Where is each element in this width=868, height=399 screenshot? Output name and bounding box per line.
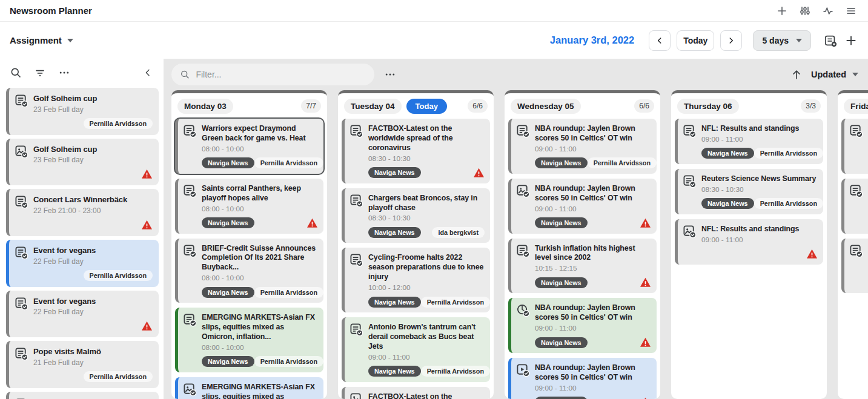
card-count-badge: 7/7 [301, 99, 321, 113]
assignment-card[interactable]: NBA roundup: Jaylen Brown scores 50 in C… [508, 179, 657, 234]
article-icon [15, 246, 28, 260]
assignment-card[interactable]: NBA roundup: Jaylen Brown scores 50 in C… [508, 358, 657, 399]
card-title: Chargers beat Broncos, stay in playoff c… [368, 194, 485, 213]
filter-input[interactable] [196, 70, 366, 79]
card-title: NBA roundup: Jaylen Brown scores 50 in C… [535, 363, 651, 383]
assignee-badge: Pernilla Arvidsson [84, 270, 153, 281]
filter-search[interactable] [171, 64, 374, 85]
filter-icon[interactable] [33, 65, 47, 80]
assignment-card[interactable]: Golf Solheim cup 23 Feb Full day Pernill… [6, 88, 159, 135]
day-column: Tuesday 04Today6/6 FACTBOX-Latest on the… [338, 90, 494, 399]
news-provider-badge: Naviga News [535, 217, 588, 228]
card-time: 09:00 - 11:00 [368, 353, 485, 361]
assignment-card[interactable]: Antonio Brown's tantrum can't derail com… [342, 317, 490, 382]
calendar-add-icon[interactable] [823, 33, 838, 48]
assignment-card[interactable]: EMERGING MARKETS-Asian FX slips, equitie… [175, 308, 323, 372]
card-title: Pope visits Malmö [33, 347, 153, 357]
card-title: Saints corral Panthers, keep playoff hop… [202, 184, 318, 203]
article-icon [350, 323, 363, 337]
assignment-card[interactable]: Cycling-Froome halts 2022 season prepara… [342, 248, 490, 312]
tune-icon[interactable] [798, 4, 812, 18]
activity-icon[interactable] [821, 4, 835, 18]
assignment-card[interactable]: NFL: Results and standings 09:00 - 11:00 [675, 219, 823, 265]
assignment-card[interactable]: NBA roundup: Jaylen Brown scores 50 in C… [508, 298, 657, 353]
plus-icon[interactable] [775, 4, 789, 18]
sort-dropdown[interactable]: Updated [811, 70, 858, 79]
range-dropdown[interactable]: 5 days [753, 30, 811, 51]
column-header: Wednesday 056/6 [508, 93, 657, 119]
assignment-card[interactable]: Concert Lars Winnerbäck 22 Feb 21:00 - 2… [6, 189, 159, 236]
news-provider-badge: Naviga News [535, 337, 588, 348]
assignment-card[interactable]: FACTBOX-Latest on the worldwide spread o… [342, 119, 490, 183]
assignment-card[interactable]: NBA roundup: Jaylen Brown scores 50 in C… [508, 119, 657, 174]
card-title: Cycling-Froome halts 2022 season prepara… [368, 253, 485, 282]
day-column: Thursday 063/3 NFL: Results and standing… [671, 90, 827, 399]
photo-icon [683, 225, 697, 239]
card-time: 09:00 - 11:00 [701, 135, 818, 143]
today-badge: Today [406, 99, 447, 114]
today-button[interactable]: Today [677, 30, 714, 51]
assignment-card[interactable]: Pope visits Malmö 21 Feb Full day Pernil… [6, 341, 159, 388]
menu-icon[interactable] [844, 4, 858, 18]
article-icon [15, 297, 28, 311]
assignee-badge: Pernilla Arvidsson [254, 356, 323, 367]
assignment-card[interactable]: Chargers beat Broncos, stay in playoff c… [342, 188, 490, 243]
card-title: EMERGING MARKETS-Asian FX slips, equitie… [202, 383, 318, 399]
card-time: 08:30 - 10:30 [368, 214, 485, 222]
assignment-card[interactable]: EMERGING MARKETS-Asian FX slips, equitie… [175, 377, 323, 399]
assignment-card[interactable]: Event for vegans 22 Feb Full day Pernill… [6, 240, 159, 287]
news-provider-badge: Naviga News [535, 397, 588, 399]
assignment-card[interactable]: Sec ma 09:0 Na [841, 119, 868, 174]
collapse-sidebar-icon[interactable] [141, 65, 155, 80]
assignment-card[interactable]: NFL: Results and standings 09:00 - 11:00… [675, 119, 823, 164]
assignment-card[interactable]: Saints corral Panthers, keep playoff hop… [175, 179, 323, 234]
photo-icon [350, 392, 363, 399]
columns: Monday 037/7 Warriors expect Draymond Gr… [164, 90, 868, 399]
article-icon [183, 184, 197, 198]
warning-icon [640, 218, 651, 228]
card-count-badge: 3/3 [801, 99, 821, 113]
card-title: BRIEF-Credit Suisse Announces Completion… [202, 244, 318, 273]
assignment-card[interactable]: Event for vegans 22 Feb Full day [6, 291, 159, 338]
day-column: Monday 037/7 Warriors expect Draymond Gr… [171, 90, 327, 399]
article-icon [516, 244, 530, 258]
more-icon[interactable] [57, 65, 71, 80]
assignment-card[interactable]: Turkish inflation hits highest level sin… [508, 239, 657, 294]
card-time: 22 Feb Full day [33, 308, 153, 316]
assignment-card[interactable]: BRIEF-Credit Suisse Announces Completion… [175, 239, 323, 303]
sort-direction-icon[interactable] [789, 67, 804, 82]
assignee-badge: Pernilla Arvidsson [84, 371, 153, 382]
graphic-icon [516, 303, 530, 317]
assignment-card[interactable]: Third Hong Kong news company shutters as… [6, 392, 159, 399]
next-day-button[interactable] [720, 30, 742, 51]
assignment-card[interactable]: Cri Bar 10:1 Na [841, 179, 868, 234]
article-icon [15, 347, 28, 361]
assignment-card[interactable]: Golf Solheim cup 23 Feb Full day [6, 139, 159, 186]
news-provider-badge: Naviga News [701, 198, 754, 209]
prev-day-button[interactable] [649, 30, 671, 51]
search-icon[interactable] [8, 65, 23, 80]
view-type-dropdown[interactable]: Assignment [10, 35, 73, 45]
plus-icon[interactable] [844, 33, 858, 48]
assignment-card[interactable]: Warriors expect Draymond Green back for … [175, 119, 323, 174]
news-provider-badge: Naviga News [202, 356, 254, 367]
column-header: Thursday 063/3 [675, 93, 823, 119]
card-time: 10:00 - 12:00 [368, 283, 485, 292]
assignment-card[interactable]: FACTBOX-Latest on the worldwide spread o… [342, 387, 490, 399]
article-icon [183, 124, 197, 138]
assignment-card[interactable]: Sun cru 09:0 Na [841, 239, 868, 294]
card-time: 08:30 - 10:30 [701, 185, 818, 194]
warning-icon [640, 277, 651, 288]
card-title: NFL: Results and standings [701, 225, 818, 234]
card-title: NBA roundup: Jaylen Brown scores 50 in C… [535, 303, 651, 323]
article-icon [183, 244, 197, 258]
photo-icon [516, 184, 530, 198]
card-time: 09:00 - 11:00 [535, 205, 651, 213]
card-time: 09:00 - 11:00 [535, 145, 651, 153]
card-time: 09:00 - 11:00 [701, 236, 818, 244]
assignee-badge: Pernilla Arvidsson [254, 157, 323, 168]
warning-icon [306, 218, 318, 228]
more-icon[interactable] [383, 67, 397, 82]
article-icon [15, 195, 28, 209]
assignment-card[interactable]: Reuters Science News Summary 08:30 - 10:… [675, 169, 823, 214]
